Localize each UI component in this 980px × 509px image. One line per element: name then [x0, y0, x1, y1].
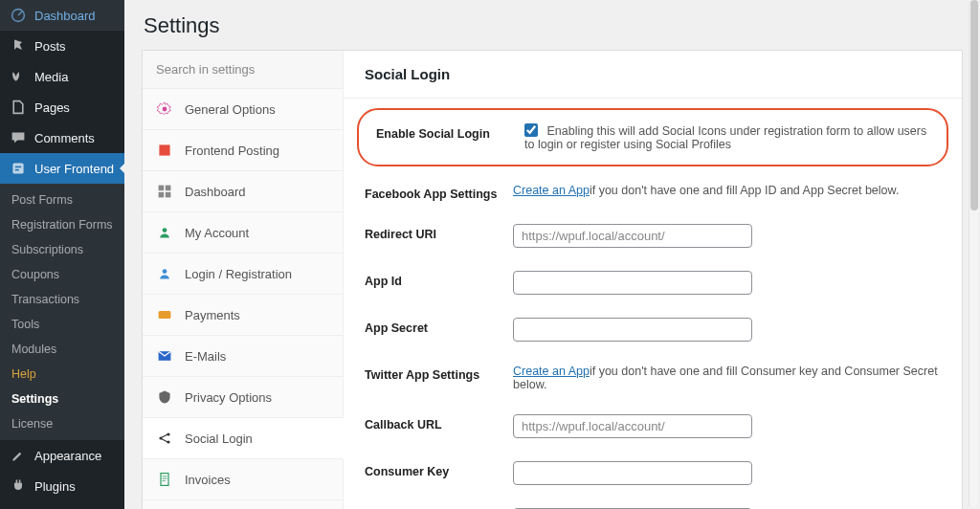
- settings-panel: Search in settings General Options Front…: [142, 50, 963, 509]
- grid-icon: [156, 183, 173, 200]
- enable-label: Enable Social Login: [376, 123, 524, 141]
- payments-icon: [156, 306, 173, 323]
- section-title: Social Login: [344, 51, 962, 99]
- nav-payments[interactable]: Payments: [143, 295, 343, 336]
- page-title: Settings: [144, 13, 963, 38]
- submenu-settings[interactable]: Settings: [0, 387, 124, 411]
- nav-my-account[interactable]: My Account: [143, 212, 343, 254]
- comments-icon: [10, 129, 27, 146]
- nav-label: My Account: [185, 226, 249, 240]
- nav-label: General Options: [185, 102, 276, 117]
- admin-sidebar: Dashboard Posts Media Pages Comments Use…: [0, 0, 124, 509]
- menu-pages[interactable]: Pages: [0, 92, 124, 122]
- pages-icon: [10, 99, 27, 116]
- menu-users[interactable]: Users: [0, 501, 124, 509]
- svg-rect-16: [166, 192, 171, 198]
- svg-rect-15: [159, 192, 165, 198]
- menu-comments[interactable]: Comments: [0, 122, 124, 153]
- menu-label: Appearance: [34, 449, 101, 463]
- post-icon: [156, 142, 173, 159]
- gear-icon: [156, 100, 173, 118]
- twitter-label: Twitter App Settings: [365, 365, 513, 382]
- app-secret-input[interactable]: [513, 318, 752, 342]
- menu-appearance[interactable]: Appearance: [0, 440, 124, 471]
- menu-label: Comments: [34, 131, 95, 145]
- plugins-icon: [10, 477, 27, 495]
- menu-label: Posts: [34, 39, 66, 54]
- user-frontend-icon: [10, 160, 27, 177]
- svg-rect-1: [12, 163, 23, 173]
- menu-plugins[interactable]: Plugins: [0, 471, 124, 501]
- callback-input[interactable]: [513, 414, 752, 438]
- menu-label: Dashboard: [34, 9, 96, 23]
- redirect-label: Redirect URI: [365, 224, 513, 241]
- nav-social-login[interactable]: Social Login: [143, 418, 344, 459]
- facebook-create-app-link[interactable]: Create an App: [513, 184, 590, 197]
- enable-checkbox[interactable]: [524, 123, 538, 137]
- login-icon: [156, 265, 173, 282]
- settings-nav: Search in settings General Options Front…: [143, 51, 344, 509]
- svg-rect-12: [159, 144, 169, 155]
- menu-media[interactable]: Media: [0, 61, 124, 92]
- submenu-coupons[interactable]: Coupons: [0, 262, 124, 287]
- callback-label: Callback URL: [365, 414, 513, 432]
- submenu-transactions[interactable]: Transactions: [0, 287, 124, 312]
- menu-label: Pages: [34, 100, 70, 115]
- menu-label: Plugins: [34, 479, 76, 494]
- settings-content: Social Login Enable Social Login Enablin…: [344, 51, 962, 509]
- submenu-registration-forms[interactable]: Registration Forms: [0, 212, 124, 237]
- nav-tax[interactable]: Tax: [143, 500, 343, 509]
- scrollbar[interactable]: [969, 0, 978, 508]
- facebook-desc: if you don't have one and fill App ID an…: [590, 184, 899, 197]
- appearance-icon: [10, 447, 27, 464]
- highlight-enable-social: Enable Social Login Enabling this will a…: [357, 108, 948, 166]
- enable-desc: Enabling this will add Social Icons unde…: [524, 124, 926, 151]
- svg-point-18: [163, 269, 167, 274]
- menu-dashboard[interactable]: Dashboard: [0, 0, 124, 31]
- submenu-help[interactable]: Help: [0, 362, 124, 387]
- nav-label: Payments: [185, 308, 240, 322]
- svg-rect-13: [159, 186, 165, 191]
- nav-frontend-posting[interactable]: Frontend Posting: [143, 130, 343, 171]
- menu-label: User Frontend: [34, 162, 114, 176]
- nav-dashboard[interactable]: Dashboard: [143, 171, 343, 212]
- twitter-create-app-link[interactable]: Create an App: [513, 365, 590, 378]
- scrollbar-thumb[interactable]: [970, 0, 978, 210]
- submenu-modules[interactable]: Modules: [0, 337, 124, 362]
- nav-label: Privacy Options: [185, 390, 272, 405]
- account-icon: [156, 224, 173, 241]
- submenu-post-forms[interactable]: Post Forms: [0, 188, 124, 212]
- consumer-key-input[interactable]: [513, 461, 752, 485]
- media-icon: [10, 68, 27, 85]
- nav-label: E-Mails: [185, 349, 226, 364]
- submenu-tools[interactable]: Tools: [0, 312, 124, 337]
- nav-emails[interactable]: E-Mails: [143, 336, 343, 377]
- main-area: Settings Search in settings General Opti…: [124, 0, 980, 509]
- nav-privacy[interactable]: Privacy Options: [143, 377, 343, 418]
- dashboard-icon: [10, 7, 27, 24]
- svg-rect-14: [166, 186, 171, 191]
- nav-label: Invoices: [185, 473, 231, 487]
- nav-label: Frontend Posting: [185, 144, 279, 158]
- settings-search[interactable]: Search in settings: [143, 51, 343, 89]
- svg-rect-19: [159, 311, 171, 319]
- consumer-key-label: Consumer Key: [365, 461, 513, 478]
- nav-general[interactable]: General Options: [143, 89, 343, 130]
- svg-point-11: [163, 107, 167, 112]
- menu-label: Media: [34, 70, 68, 84]
- menu-user-frontend[interactable]: User Frontend: [0, 153, 124, 184]
- redirect-input[interactable]: [513, 224, 752, 248]
- nav-invoices[interactable]: Invoices: [143, 459, 343, 500]
- svg-rect-3: [15, 169, 19, 171]
- app-id-input[interactable]: [513, 271, 752, 295]
- nav-label: Social Login: [185, 432, 253, 446]
- svg-point-17: [163, 228, 167, 232]
- app-secret-label: App Secret: [365, 318, 513, 335]
- nav-login-registration[interactable]: Login / Registration: [143, 254, 343, 295]
- submenu-license[interactable]: License: [0, 411, 124, 436]
- svg-rect-24: [161, 474, 168, 486]
- submenu-subscriptions[interactable]: Subscriptions: [0, 237, 124, 262]
- mail-icon: [156, 347, 173, 365]
- facebook-label: Facebook App Settings: [365, 184, 513, 201]
- menu-posts[interactable]: Posts: [0, 31, 124, 61]
